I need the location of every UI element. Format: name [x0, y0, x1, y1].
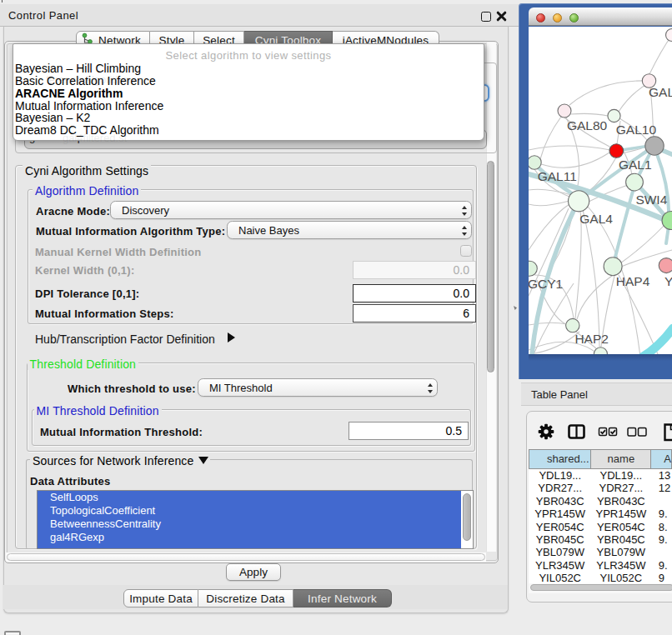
svg-text:SWI4: SWI4 [635, 192, 667, 207]
svg-text:GAL11: GAL11 [538, 169, 577, 183]
svg-text:Y: Y [664, 274, 672, 288]
svg-text:HAP2: HAP2 [574, 332, 609, 346]
svg-text:GCY1: GCY1 [529, 277, 563, 291]
svg-text:GAL1: GAL1 [619, 158, 652, 172]
svg-text:GAL4: GAL4 [579, 212, 613, 226]
svg-text:GAL10: GAL10 [616, 122, 657, 137]
svg-text:GAL80: GAL80 [567, 118, 608, 132]
svg-text:GAL: GAL [649, 85, 672, 99]
svg-text:HAP4: HAP4 [616, 274, 650, 288]
